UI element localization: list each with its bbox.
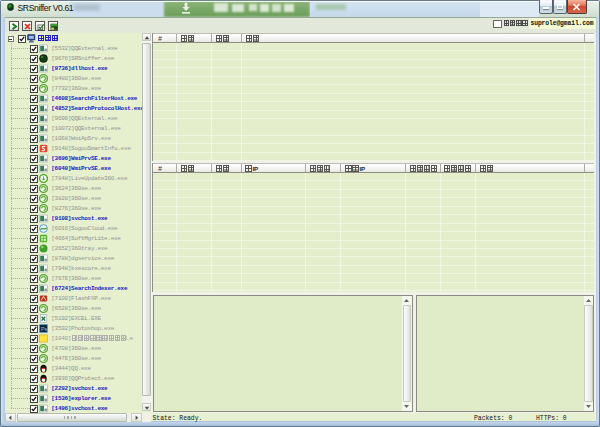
svg-text:Ps: Ps xyxy=(41,326,48,332)
